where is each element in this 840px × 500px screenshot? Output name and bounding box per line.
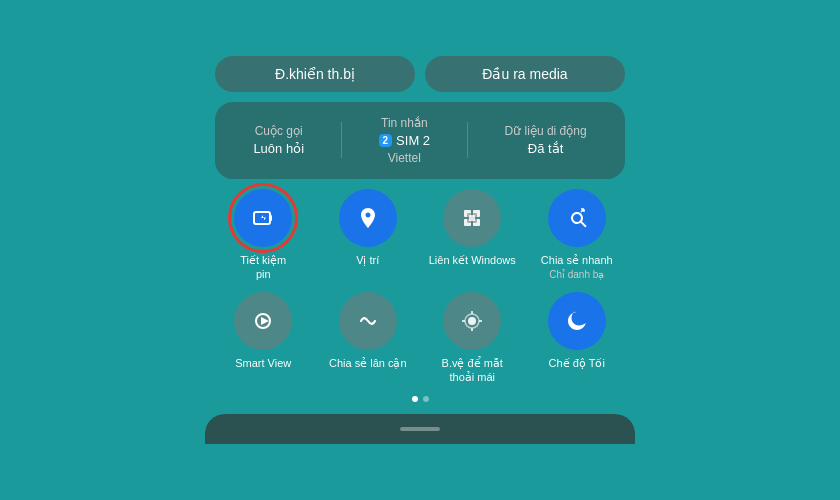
eye-comfort-label: B.vệ để mắtthoải mái — [442, 356, 503, 385]
location-icon — [339, 189, 397, 247]
page-dots — [205, 394, 635, 404]
svg-marker-9 — [261, 317, 269, 325]
tile-eye-comfort[interactable]: B.vệ để mắtthoải mái — [424, 292, 521, 385]
tile-battery-saver[interactable]: Tiết kiệmpin — [215, 189, 312, 282]
svg-rect-7 — [469, 215, 475, 221]
battery-saver-label: Tiết kiệmpin — [240, 253, 286, 282]
link-windows-icon — [443, 189, 501, 247]
dark-mode-label: Chế độ Tối — [549, 356, 605, 370]
quick-share-icon — [548, 189, 606, 247]
tile-dark-mode[interactable]: Chế độ Tối — [529, 292, 626, 385]
svg-point-10 — [468, 317, 476, 325]
location-label: Vị trí — [356, 253, 379, 267]
data-sim-item: Dữ liệu di động Đã tắt — [505, 124, 587, 156]
carrier-name: Viettel — [388, 151, 421, 165]
call-sim-item: Cuộc gọi Luôn hỏi — [253, 124, 304, 156]
quick-share-sublabel: Chỉ danh bạ — [549, 269, 604, 280]
top-buttons-row: Đ.khiển th.bị Đầu ra media — [205, 56, 635, 92]
sim-name: SIM 2 — [396, 133, 430, 148]
link-windows-label: Liên kết Windows — [429, 253, 516, 267]
tile-quick-share[interactable]: Chia sẻ nhanh Chỉ danh bạ — [529, 189, 626, 282]
tile-smart-view[interactable]: Smart View — [215, 292, 312, 385]
phone-panel: Đ.khiển th.bị Đầu ra media Cuộc gọi Luôn… — [205, 46, 635, 454]
message-label: Tin nhắn — [381, 116, 428, 130]
divider-1 — [341, 122, 342, 158]
sim-row: Cuộc gọi Luôn hỏi Tin nhắn 2 SIM 2 Viett… — [215, 102, 625, 179]
nearby-share-label: Chia sẻ lân cận — [329, 356, 407, 370]
nearby-share-icon — [339, 292, 397, 350]
svg-rect-1 — [270, 215, 272, 221]
tile-location[interactable]: Vị trí — [320, 189, 417, 282]
dot-2 — [423, 396, 429, 402]
data-value: Đã tắt — [528, 141, 563, 156]
message-sim-item: Tin nhắn 2 SIM 2 Viettel — [379, 116, 431, 165]
tiles-row-2: Smart View Chia sẻ lân cận — [205, 292, 635, 385]
bottom-bar — [205, 414, 635, 444]
message-value: 2 SIM 2 — [379, 133, 431, 148]
divider-2 — [467, 122, 468, 158]
battery-saver-icon — [234, 189, 292, 247]
sim-badge: 2 — [379, 134, 393, 147]
eye-comfort-icon — [443, 292, 501, 350]
device-control-button[interactable]: Đ.khiển th.bị — [215, 56, 415, 92]
tile-link-windows[interactable]: Liên kết Windows — [424, 189, 521, 282]
dot-1 — [412, 396, 418, 402]
tiles-row-1: Tiết kiệmpin Vị trí — [205, 189, 635, 282]
smart-view-label: Smart View — [235, 356, 291, 370]
data-label: Dữ liệu di động — [505, 124, 587, 138]
bottom-handle — [400, 427, 440, 431]
dark-mode-icon — [548, 292, 606, 350]
call-label: Cuộc gọi — [255, 124, 303, 138]
media-output-button[interactable]: Đầu ra media — [425, 56, 625, 92]
tile-nearby-share[interactable]: Chia sẻ lân cận — [320, 292, 417, 385]
quick-share-label: Chia sẻ nhanh — [541, 253, 613, 267]
call-value: Luôn hỏi — [253, 141, 304, 156]
smart-view-icon — [234, 292, 292, 350]
